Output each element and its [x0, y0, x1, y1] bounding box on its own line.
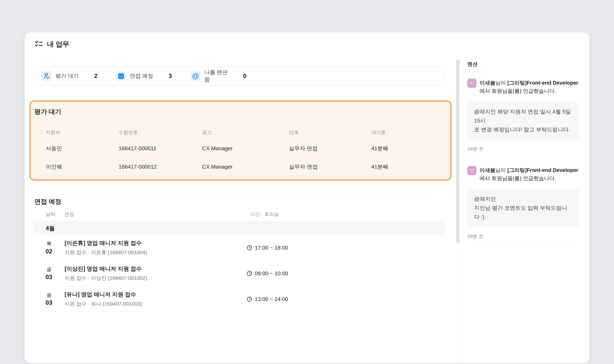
clock-icon [247, 245, 252, 250]
interview-info: [유나] 영업 매니저 지원 접수 지원 접수 · 유나 (169407-001… [65, 291, 247, 308]
interview-time: 13:00 ~ 14:00 [247, 296, 445, 302]
mention-timestamp: 28분 전 [467, 146, 579, 152]
column-header: 대기중 [371, 129, 444, 136]
column-header: 면접 [65, 211, 247, 218]
time-range: 17:00 ~ 18:00 [255, 245, 288, 251]
applicant-name: 이인혜 [46, 163, 119, 170]
column-header: 공고 [202, 129, 289, 136]
interview-title: [이상진] 영업 매니저 지원 접수 [65, 265, 247, 273]
mention-timestamp: 29분 전 [467, 233, 579, 240]
interview-row[interactable]: 금 03 [유나] 영업 매니저 지원 접수 지원 접수 · 유나 (16940… [33, 286, 445, 312]
stat-interviews-scheduled[interactable]: 면접 예정 3 [116, 71, 172, 81]
clock-icon [247, 271, 252, 276]
stat-count: 3 [169, 73, 172, 79]
interview-subtitle: 지원 접수 · 이은휴 (169407-001004) [65, 249, 247, 256]
interview-time: 17:00 ~ 18:00 [247, 245, 445, 251]
interview-date: 목 02 [33, 241, 65, 255]
interview-date: 금 03 [33, 292, 65, 306]
interview-title: [이은휴] 영업 매니저 지원 접수 [65, 239, 247, 247]
day-number: 03 [46, 299, 52, 306]
stat-label: 평가 대기 [56, 72, 84, 80]
column-header: 시간 · 회의실 [247, 211, 445, 218]
mention-message-line: @채지인 [474, 195, 572, 203]
interview-date: 금 03 [33, 266, 65, 281]
stat-evaluation-pending[interactable]: 평가 대기 2 [42, 71, 98, 81]
interview-time: 09:00 ~ 10:00 [247, 270, 445, 276]
interview-info: [이은휴] 영업 매니저 지원 접수 지원 접수 · 이은휴 (169407-0… [65, 239, 247, 256]
time-range: 09:00 ~ 10:00 [255, 270, 288, 276]
evaluation-table-header: 지원자 수험번호 공고 단계 대기중 [34, 126, 444, 139]
job-posting: CX Manager [202, 164, 289, 170]
interview-info: [이상진] 영업 매니저 지원 접수 지원 접수 · 이상진 (169407-0… [65, 265, 247, 282]
job-posting: CX Manager [202, 145, 289, 152]
interviews-section: 면접 예정 날짜 면접 시간 · 회의실 4월 목 02 [ [34, 197, 460, 312]
stat-count: 0 [243, 73, 246, 79]
interviews-table-header: 날짜 면접 시간 · 회의실 [33, 207, 445, 221]
page-header: 내 업무 [25, 32, 589, 56]
waiting-duration: 41분째 [371, 145, 444, 152]
mention-message-line: 로 변경 예정입니다! 참고 부탁드립니다. [474, 125, 572, 134]
interview-title: [유나] 영업 매니저 지원 접수 [65, 291, 247, 298]
day-of-week: 금 [47, 266, 51, 272]
stage: 실무자 면접 [289, 145, 371, 152]
day-number: 03 [46, 274, 52, 281]
month-group-header: 4월 [33, 221, 445, 235]
vertical-scrollbar[interactable] [456, 60, 459, 244]
mention-message: @채지인 지인님 평가 코멘트도 입력 부탁드립니다 :) [467, 189, 579, 226]
checklist-icon [35, 40, 43, 49]
mention-message: @채지인 해당 지원자 면접 일시 4월 5일 15시 로 변경 예정입니다! … [467, 102, 579, 139]
interview-subtitle: 지원 접수 · 이상진 (169407-001002) [65, 275, 247, 282]
section-title: 평가 대기 [34, 107, 450, 116]
stat-mentions-me[interactable]: @ 나를 멘션함 0 [190, 69, 246, 83]
interview-row[interactable]: 목 02 [이은휴] 영업 매니저 지원 접수 지원 접수 · 이은휴 (169… [33, 235, 445, 261]
stat-count: 2 [94, 73, 98, 79]
avatar: 이 [467, 79, 476, 88]
main-panel: 평가 대기 2 면접 예정 3 [25, 56, 460, 363]
applicant-name: 서동민 [46, 145, 119, 152]
my-tasks-window: 내 업무 평가 대기 2 [25, 32, 589, 363]
table-row[interactable]: 서동민 166417-000011 CX Manager 실무자 면접 41분째 [34, 139, 444, 158]
avatar: 이 [467, 166, 476, 175]
mention-header-text: 이새봄님이 [그리팅]Front-end Developer 에서 회원님을(를… [479, 79, 578, 95]
at-mention-icon: @ [190, 71, 200, 81]
mention-item[interactable]: 이 이새봄님이 [그리팅]Front-end Developer 에서 회원님을… [467, 72, 579, 160]
person-check-icon [42, 71, 52, 81]
column-header: 날짜 [33, 211, 65, 218]
interview-subtitle: 지원 접수 · 유나 (169407-001003) [65, 300, 247, 308]
mentions-panel: 멘션 이 이새봄님이 [그리팅]Front-end Developer 에서 회… [460, 56, 589, 363]
clock-icon [247, 297, 252, 302]
day-of-week: 목 [47, 241, 51, 247]
waiting-duration: 41분째 [371, 163, 444, 170]
exam-number: 166417-000012 [119, 164, 202, 170]
evaluation-pending-section: 평가 대기 지원자 수험번호 공고 단계 대기중 서동민 166417-0000… [29, 100, 452, 181]
summary-stats-bar: 평가 대기 2 면접 예정 3 [34, 66, 445, 86]
mention-header-text: 이새봄님이 [그리팅]Front-end Developer 에서 회원님을(를… [479, 166, 578, 182]
column-header: 수험번호 [119, 129, 202, 136]
stat-label: 면접 예정 [130, 72, 158, 80]
time-range: 13:00 ~ 14:00 [255, 296, 288, 302]
page-title: 내 업무 [47, 39, 69, 49]
interview-row[interactable]: 금 03 [이상진] 영업 매니저 지원 접수 지원 접수 · 이상진 (169… [33, 261, 445, 286]
mentions-title: 멘션 [467, 56, 579, 72]
column-header: 지원자 [46, 129, 119, 136]
stage: 실무자 면접 [289, 163, 371, 170]
mention-item[interactable]: 이 이새봄님이 [그리팅]Front-end Developer 에서 회원님을… [467, 160, 579, 247]
mention-message-line: @채지인 해당 지원자 면접 일시 4월 5일 15시 [474, 107, 572, 125]
stat-label: 나를 멘션함 [204, 69, 233, 83]
exam-number: 166417-000011 [119, 145, 202, 152]
section-title: 면접 예정 [34, 197, 460, 206]
day-of-week: 금 [47, 292, 51, 298]
mention-message-line: 지인님 평가 코멘트도 입력 부탁드립니다 :) [474, 203, 572, 221]
day-number: 02 [46, 248, 52, 255]
calendar-icon [116, 71, 126, 81]
table-row[interactable]: 이인혜 166417-000012 CX Manager 실무자 면접 41분째 [34, 158, 444, 176]
column-header: 단계 [289, 129, 371, 136]
